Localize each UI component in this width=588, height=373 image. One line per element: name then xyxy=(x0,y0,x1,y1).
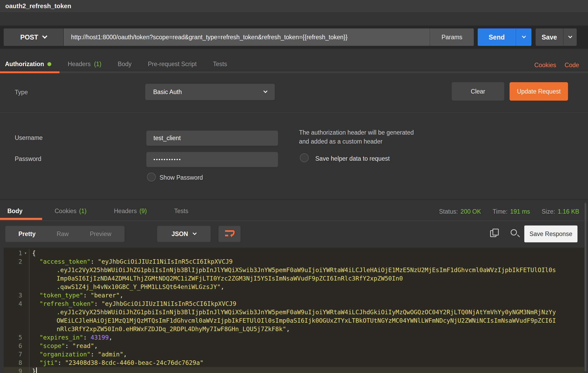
tab-body[interactable]: Body xyxy=(118,61,131,68)
auth-type-value: Basic Auth xyxy=(153,89,264,96)
request-title: oauth2_refresh_token xyxy=(5,2,71,10)
send-button[interactable]: Send xyxy=(478,28,531,46)
save-response-button[interactable]: Save Response xyxy=(524,225,577,242)
code-link[interactable]: Code xyxy=(565,62,579,69)
auth-type-label: Type xyxy=(15,89,28,96)
request-links: CookiesCode xyxy=(534,62,579,69)
wrap-text-icon xyxy=(224,229,235,239)
code-line: Imp0aSI6IjIzNDA4ZDM4LThjZGMtNDQ2MC1iZWFj… xyxy=(4,274,584,283)
line-number-gutter: 3 xyxy=(4,291,29,300)
active-tab-underline xyxy=(0,71,59,73)
tab-authorization[interactable]: Authorization xyxy=(5,61,51,68)
url-value: http://host1:8000/oauth/token?scope=read… xyxy=(71,34,347,41)
copy-button[interactable] xyxy=(490,229,501,239)
request-tabs-divider xyxy=(0,71,588,73)
response-active-tab-underline xyxy=(0,218,42,220)
gutter-spacer xyxy=(22,367,29,373)
code-line: nRlc3RfY2xpZW50In0.eHRWxFZDJDq_2RDPL4Dhy… xyxy=(4,325,584,333)
auth-helper-note: The authorization header will be generat… xyxy=(299,128,425,146)
line-number-gutter xyxy=(4,274,29,283)
response-tab-tests[interactable]: Tests xyxy=(174,208,188,215)
line-number-gutter xyxy=(4,316,29,325)
gutter-spacer xyxy=(22,291,29,300)
clear-button[interactable]: Clear xyxy=(452,82,504,101)
gutter-spacer xyxy=(22,342,29,350)
gutter-spacer xyxy=(22,300,29,308)
line-number-gutter: 6 xyxy=(4,342,29,350)
view-mode-preview[interactable]: Preview xyxy=(79,230,122,238)
scrollbar-thumb[interactable] xyxy=(585,203,586,371)
cookies-link[interactable]: Cookies xyxy=(534,62,556,69)
meta-time: Time:191 ms xyxy=(493,208,530,215)
tab-count-badge: (9) xyxy=(139,208,147,215)
line-number-gutter: 8 xyxy=(4,359,29,367)
code-line: .qawS1Z4j_h4vNx10GBC_Y_PHM1LLSQt64eniWLG… xyxy=(4,283,584,291)
code-line: 9} xyxy=(4,367,584,373)
fold-arrow-icon[interactable]: ▾ xyxy=(22,249,29,257)
chevron-down-icon xyxy=(42,33,47,39)
code-line: 5"expires_in": 43199, xyxy=(4,333,584,342)
save-helper-checkbox[interactable] xyxy=(300,153,309,162)
wrap-text-button[interactable] xyxy=(218,226,241,242)
request-tabs: AuthorizationHeaders(1)BodyPre-request S… xyxy=(5,61,243,68)
meta-status: Status:200 OK xyxy=(439,208,481,215)
username-label: Username xyxy=(15,134,43,141)
tab-tests[interactable]: Tests xyxy=(213,61,227,68)
tab-pre-request-script[interactable]: Pre-request Script xyxy=(148,61,197,68)
line-number-gutter xyxy=(4,308,29,316)
params-button[interactable]: Params xyxy=(430,28,474,46)
save-options-button[interactable] xyxy=(563,28,577,46)
view-mode-switcher: PrettyRawPreview xyxy=(5,226,124,242)
code-line: .eyJ1c2VyX25hbWUiOiJhZG1pbiIsInNjb3BlIjp… xyxy=(4,266,584,274)
method-url-group: POST http://host1:8000/oauth/token?scope… xyxy=(4,28,474,46)
response-tabs-divider xyxy=(0,220,588,221)
update-request-button[interactable]: Update Request xyxy=(510,82,568,101)
gutter-spacer xyxy=(22,325,29,333)
code-line: OWEiLCJleHAiOjE1MzQ1MjQzMTQsImF1dGhvcml0… xyxy=(4,316,584,325)
gutter-spacer xyxy=(22,333,29,342)
gutter-spacer xyxy=(22,316,29,325)
send-options-button[interactable] xyxy=(516,28,531,46)
line-number-gutter: 2 xyxy=(4,257,29,266)
gutter-spacer xyxy=(22,257,29,266)
tab-headers[interactable]: Headers(1) xyxy=(68,61,101,68)
response-tab-headers[interactable]: Headers(9) xyxy=(114,208,147,215)
search-button[interactable] xyxy=(510,229,521,239)
view-mode-pretty[interactable]: Pretty xyxy=(8,230,46,238)
response-body-json-viewer[interactable]: 1▾{2"access_token": "eyJhbGciOiJIUzI1NiI… xyxy=(4,248,584,373)
response-tab-cookies[interactable]: Cookies(1) xyxy=(55,208,87,215)
password-label: Password xyxy=(15,155,41,163)
save-button[interactable]: Save xyxy=(536,28,577,46)
username-value: test_client xyxy=(153,135,181,142)
line-number-gutter xyxy=(4,283,29,291)
response-tabs: BodyCookies(1)Headers(9)Tests xyxy=(7,208,216,215)
code-line: 7"organization": "admin", xyxy=(4,350,584,359)
line-number-gutter xyxy=(4,325,29,333)
show-password-checkbox[interactable] xyxy=(147,173,156,181)
code-line: 2"access_token": "eyJhbGciOiJIUzI1NiIsIn… xyxy=(4,257,584,266)
line-number-gutter xyxy=(4,266,29,274)
save-helper-label: Save helper data to request xyxy=(315,155,390,162)
chevron-down-icon xyxy=(193,231,197,235)
password-field[interactable]: ••••••••••• xyxy=(146,152,278,167)
code-line: 1▾{ xyxy=(4,249,584,257)
line-number-gutter: 9 xyxy=(4,367,29,373)
gutter-spacer xyxy=(22,359,29,367)
response-tab-body[interactable]: Body xyxy=(7,208,23,215)
language-select[interactable]: JSON xyxy=(157,226,211,242)
username-field[interactable]: test_client xyxy=(146,131,278,146)
gutter-spacer xyxy=(22,274,29,283)
code-line: .eyJ1c2VyX25hbWUiOiJhZG1pbiIsInNjb3BlIjp… xyxy=(4,308,584,316)
line-number-gutter: 4 xyxy=(4,300,29,308)
auth-type-select[interactable]: Basic Auth xyxy=(145,84,275,100)
postman-app: { "title": "oauth2_refresh_token", "requ… xyxy=(0,0,588,373)
request-title-bar: oauth2_refresh_token xyxy=(0,0,588,12)
line-number-gutter: 5 xyxy=(4,333,29,342)
url-input[interactable]: http://host1:8000/oauth/token?scope=read… xyxy=(64,28,430,46)
method-select[interactable]: POST xyxy=(4,28,64,46)
meta-size: Size:1.16 KB xyxy=(542,208,579,215)
tab-count-badge: (1) xyxy=(94,61,101,68)
view-mode-raw[interactable]: Raw xyxy=(46,230,79,238)
tab-count-badge: (1) xyxy=(79,208,87,215)
code-line: 6"scope": "read", xyxy=(4,342,584,350)
